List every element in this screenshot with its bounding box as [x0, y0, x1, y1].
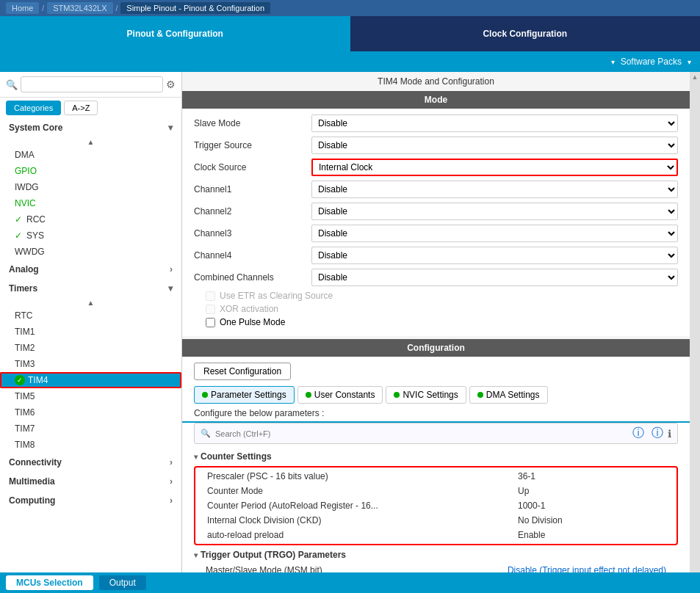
- config-section-header: Configuration: [182, 339, 690, 357]
- sidebar-item-dma[interactable]: DMA: [0, 147, 181, 163]
- param-prescaler-value: 36-1: [518, 471, 665, 481]
- slave-mode-label: Slave Mode: [194, 118, 311, 128]
- section-system-core: System Core ▾ ▲ DMA GPIO IWDG NVIC ✓ RCC…: [0, 118, 181, 260]
- sidebar-item-nvic[interactable]: NVIC: [0, 195, 181, 211]
- trigger-source-select[interactable]: Disable: [311, 137, 678, 154]
- channel2-label: Channel2: [194, 206, 311, 217]
- mode-content: Slave Mode Disable Trigger Source Disabl…: [182, 109, 690, 336]
- channel4-select[interactable]: Disable: [311, 247, 678, 264]
- checkbox-xor: XOR activation: [194, 304, 678, 314]
- scroll-up-icon[interactable]: ▲: [692, 73, 699, 81]
- tab-dma-settings[interactable]: DMA Settings: [469, 386, 548, 404]
- slave-mode-row: Slave Mode Disable: [194, 114, 678, 132]
- panel-with-scroll: TIM4 Mode and Configuration Mode Slave M…: [182, 72, 700, 572]
- main-content: 🔍 ⚙ Categories A->Z System Core ▾ ▲ DMA …: [0, 72, 700, 572]
- software-packs-chevron: ▾: [611, 58, 615, 66]
- right-panel: TIM4 Mode and Configuration Mode Slave M…: [182, 72, 700, 572]
- channel1-row: Channel1 Disable: [194, 181, 678, 198]
- sidebar-item-sys[interactable]: ✓ SYS: [0, 228, 181, 244]
- tim4-item-inner: ✓ TIM4: [15, 375, 48, 385]
- section-timers: Timers ▾ ▲ RTC TIM1 TIM2 TIM3 ✓ TIM4 TIM…: [0, 279, 181, 453]
- channel1-select[interactable]: Disable: [311, 181, 678, 198]
- checkbox-etr-label: Use ETR as Clearing Source: [220, 291, 333, 301]
- breadcrumb-sep2: /: [116, 4, 118, 12]
- param-msm-name: Master/Slave Mode (MSM bit): [206, 565, 508, 572]
- search-input[interactable]: [21, 76, 163, 92]
- bottom-bar: MCUs Selection Output: [0, 572, 700, 593]
- channel3-select[interactable]: Disable: [311, 225, 678, 242]
- header-tabs: Pinout & Configuration Clock Configurati…: [0, 16, 700, 51]
- sidebar-item-rcc[interactable]: ✓ RCC: [0, 211, 181, 228]
- section-analog-header[interactable]: Analog ›: [0, 260, 181, 279]
- checkbox-one-pulse-input[interactable]: [206, 318, 215, 327]
- breadcrumb-bar: Home / STM32L432LX / Simple Pinout - Pin…: [0, 0, 700, 16]
- sidebar-item-tim8[interactable]: TIM8: [0, 437, 181, 453]
- counter-settings-header[interactable]: ▾ Counter Settings: [194, 448, 678, 465]
- sidebar-item-wwdg[interactable]: WWDG: [0, 244, 181, 260]
- channel4-label: Channel4: [194, 250, 311, 261]
- section-connectivity-header[interactable]: Connectivity ›: [0, 453, 181, 472]
- section-computing-header[interactable]: Computing ›: [0, 491, 181, 510]
- param-autoreload: auto-reload preload Enable: [195, 528, 676, 542]
- section-system-core-header[interactable]: System Core ▾: [0, 118, 181, 137]
- section-multimedia-header[interactable]: Multimedia ›: [0, 472, 181, 491]
- sidebar-item-tim3[interactable]: TIM3: [0, 356, 181, 372]
- trgo-section-header[interactable]: ▾ Trigger Output (TRGO) Parameters: [194, 547, 678, 563]
- info-circle-icon[interactable]: ⓘ: [632, 426, 644, 441]
- param-msm-value: Disable (Trigger input effect not delaye…: [508, 565, 666, 572]
- tab-user-constants[interactable]: User Constants: [297, 386, 383, 404]
- panel-main: TIM4 Mode and Configuration Mode Slave M…: [182, 72, 690, 572]
- channel2-select[interactable]: Disable: [311, 203, 678, 220]
- sidebar-item-tim5[interactable]: TIM5: [0, 388, 181, 404]
- tab-nvic-settings[interactable]: NVIC Settings: [386, 386, 466, 404]
- sidebar-item-gpio[interactable]: GPIO: [0, 163, 181, 179]
- sidebar-item-iwdg[interactable]: IWDG: [0, 179, 181, 195]
- chevron-right-icon-connectivity: ›: [170, 457, 173, 468]
- section-connectivity: Connectivity ›: [0, 453, 181, 472]
- sidebar-category-tabs: Categories A->Z: [0, 98, 181, 118]
- breadcrumb-home[interactable]: Home: [6, 2, 39, 14]
- breadcrumb-current[interactable]: Simple Pinout - Pinout & Configuration: [120, 2, 270, 14]
- checkbox-etr-input[interactable]: [206, 291, 215, 301]
- info-icon-right[interactable]: ℹ: [668, 428, 671, 440]
- combined-channels-select[interactable]: Disable: [311, 269, 678, 286]
- sidebar-item-rtc[interactable]: RTC: [0, 308, 181, 324]
- reset-config-button[interactable]: Reset Configuration: [194, 363, 291, 380]
- tab-clock[interactable]: Clock Configuration: [350, 16, 701, 51]
- sidebar: 🔍 ⚙ Categories A->Z System Core ▾ ▲ DMA …: [0, 72, 182, 572]
- sidebar-item-tim7[interactable]: TIM7: [0, 421, 181, 437]
- gear-icon[interactable]: ⚙: [166, 79, 176, 90]
- help-circle-icon[interactable]: ⓘ: [652, 426, 663, 441]
- software-packs-bar: ▾ Software Packs ▾: [0, 51, 700, 72]
- software-packs-chevron2: ▾: [688, 58, 691, 66]
- tab-mcus-selection[interactable]: MCUs Selection: [6, 575, 93, 590]
- tab-categories[interactable]: Categories: [6, 101, 61, 115]
- tab-output[interactable]: Output: [99, 575, 146, 590]
- slave-mode-select[interactable]: Disable: [311, 114, 678, 132]
- sidebar-item-tim2[interactable]: TIM2: [0, 340, 181, 356]
- tab-pinout[interactable]: Pinout & Configuration: [0, 16, 350, 51]
- section-timers-header[interactable]: Timers ▾: [0, 279, 181, 298]
- sidebar-item-tim4[interactable]: ✓ TIM4: [0, 372, 181, 388]
- software-packs-label[interactable]: Software Packs: [621, 57, 682, 67]
- search-input-config[interactable]: [215, 429, 628, 438]
- sidebar-item-tim6[interactable]: TIM6: [0, 404, 181, 421]
- breadcrumb-device[interactable]: STM32L432LX: [47, 2, 112, 14]
- param-autoreload-name: auto-reload preload: [207, 530, 518, 540]
- counter-params-box: Prescaler (PSC - 16 bits value) 36-1 Cou…: [194, 466, 678, 545]
- checkbox-xor-input[interactable]: [206, 305, 215, 314]
- scroll-up-arrow[interactable]: ▲: [0, 137, 181, 147]
- tab-parameter-settings[interactable]: Parameter Settings: [194, 386, 295, 404]
- checkbox-one-pulse: One Pulse Mode: [194, 317, 678, 327]
- tab-atoz[interactable]: A->Z: [64, 101, 98, 115]
- scroll-up-arrow-timers[interactable]: ▲: [0, 298, 181, 308]
- configure-text: Configure the below parameters :: [182, 408, 690, 423]
- sidebar-item-tim1[interactable]: TIM1: [0, 324, 181, 340]
- panel-scrollbar[interactable]: ▲: [690, 72, 700, 572]
- chevron-right-icon-analog: ›: [170, 264, 173, 274]
- checkbox-xor-label: XOR activation: [220, 304, 278, 314]
- clock-source-select[interactable]: Internal Clock: [311, 159, 678, 176]
- config-tabs: Parameter Settings User Constants NVIC S…: [182, 386, 690, 404]
- breadcrumb-sep1: /: [42, 4, 44, 12]
- combined-channels-label: Combined Channels: [194, 272, 311, 283]
